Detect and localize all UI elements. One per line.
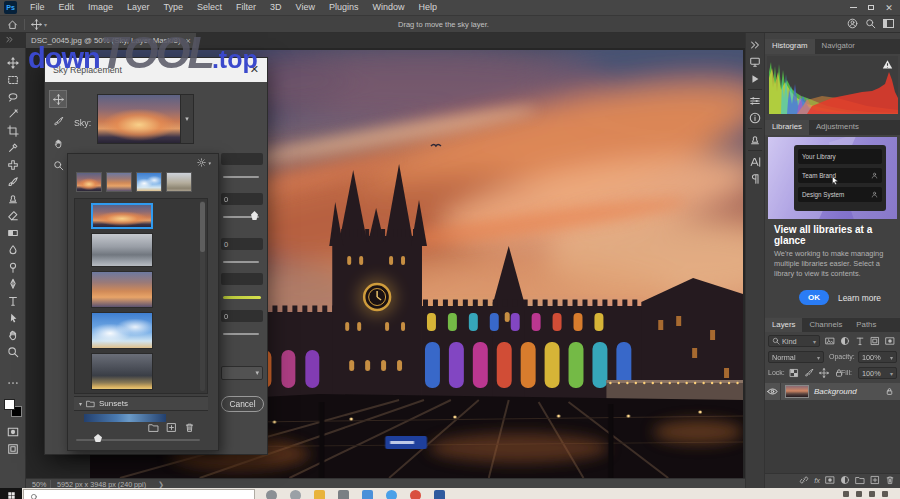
- sky-preset-sunset-a[interactable]: [91, 203, 153, 229]
- layer-thumbnail[interactable]: [785, 385, 809, 398]
- menu-file[interactable]: File: [23, 0, 52, 15]
- pen-tool[interactable]: [3, 275, 23, 292]
- layer-effects-fx[interactable]: fx: [814, 476, 820, 485]
- slider-value-field[interactable]: 0: [221, 193, 263, 205]
- move-tool-icon[interactable]: [31, 19, 42, 30]
- layer-visibility-eye-icon[interactable]: [765, 383, 781, 400]
- filter-type-icon[interactable]: [855, 336, 865, 346]
- sky-preset-gray-clouds[interactable]: [91, 233, 153, 267]
- marquee-tool[interactable]: [3, 71, 23, 88]
- account-icon[interactable]: [847, 18, 858, 29]
- taskbar-search-box[interactable]: [23, 489, 255, 499]
- menu-plugins[interactable]: Plugins: [322, 0, 366, 15]
- thumbnail-size-knob[interactable]: [94, 434, 102, 442]
- learn-more-link[interactable]: Learn more: [838, 293, 881, 303]
- tab-close-icon[interactable]: ×: [185, 36, 190, 46]
- dialog-zoom-tool[interactable]: [49, 156, 67, 174]
- panel-character-button[interactable]: [745, 153, 765, 170]
- output-dropdown[interactable]: ▾: [221, 366, 263, 380]
- lock-move-icon[interactable]: [819, 368, 829, 378]
- panel-learn-button[interactable]: [745, 53, 765, 70]
- sky-preset-sunset-b[interactable]: [91, 271, 153, 308]
- slider-value-field[interactable]: 0: [221, 238, 263, 250]
- restore-button[interactable]: [862, 0, 880, 15]
- quick-select-tool[interactable]: [3, 105, 23, 122]
- taskbar-app-1[interactable]: [290, 490, 301, 499]
- dialog-hand-tool[interactable]: [49, 134, 67, 152]
- tool-dropdown-chevron-icon[interactable]: ▾: [44, 21, 47, 28]
- document-tab[interactable]: DSC_0045.jpg @ 50% (Sky, Layer Mask/8) ×: [26, 33, 196, 48]
- dialog-move-tool[interactable]: [49, 90, 67, 108]
- temperature-slider[interactable]: [223, 296, 261, 299]
- gradient-tool[interactable]: [3, 224, 23, 241]
- new-group-folder-icon[interactable]: [148, 422, 159, 433]
- taskbar-app-6[interactable]: [410, 490, 421, 499]
- delete-sky-trash-icon[interactable]: [184, 422, 195, 433]
- menu-select[interactable]: Select: [190, 0, 229, 15]
- panel-double-chevron-right-button[interactable]: [745, 36, 765, 53]
- blur-tool[interactable]: [3, 241, 23, 258]
- menu-window[interactable]: Window: [366, 0, 412, 15]
- type-tool[interactable]: [3, 292, 23, 309]
- lock-checker-icon[interactable]: [789, 368, 799, 378]
- menu-edit[interactable]: Edit: [52, 0, 82, 15]
- crop-tool[interactable]: [3, 122, 23, 139]
- menu-help[interactable]: Help: [412, 0, 445, 15]
- filter-adjustment-icon[interactable]: [840, 336, 850, 346]
- brush-tool[interactable]: [3, 173, 23, 190]
- home-icon[interactable]: [7, 19, 18, 30]
- minimize-button[interactable]: [844, 0, 862, 15]
- search-icon[interactable]: [865, 18, 876, 29]
- screen-mode-button[interactable]: [3, 440, 23, 457]
- healing-tool[interactable]: [3, 156, 23, 173]
- recent-sky-pale-sky[interactable]: [166, 172, 192, 192]
- menu-image[interactable]: Image: [81, 0, 120, 15]
- workspace-icon[interactable]: [883, 19, 894, 28]
- slider-value-field[interactable]: [221, 153, 263, 165]
- preset-group-sunsets[interactable]: ▾ Sunsets: [74, 396, 208, 411]
- add-mask-icon[interactable]: [825, 475, 835, 485]
- color-swatches[interactable]: [4, 399, 22, 417]
- layer-row-background[interactable]: Background: [765, 383, 900, 400]
- tab-adjustments[interactable]: Adjustments: [809, 120, 866, 135]
- lock-brush-icon[interactable]: [804, 368, 814, 378]
- filter-image-thumb-icon[interactable]: [825, 336, 835, 346]
- recent-sky-sunset-b[interactable]: [106, 172, 132, 192]
- hand-tool[interactable]: [3, 326, 23, 343]
- menu-type[interactable]: Type: [157, 0, 191, 15]
- tab-libraries[interactable]: Libraries: [765, 120, 809, 135]
- dodge-tool[interactable]: [3, 258, 23, 275]
- slider-track[interactable]: [223, 333, 259, 335]
- adjustment-layer-icon[interactable]: [840, 475, 850, 485]
- scrollbar[interactable]: [200, 201, 205, 391]
- tab-histogram[interactable]: Histogram: [765, 39, 815, 54]
- zoom-tool[interactable]: [3, 343, 23, 360]
- new-layer-icon[interactable]: [870, 475, 880, 485]
- quick-mask-button[interactable]: [3, 423, 23, 440]
- taskbar-app-4[interactable]: [362, 490, 373, 499]
- filter-mask-icon[interactable]: [885, 336, 895, 346]
- home-icon[interactable]: [7, 19, 18, 30]
- move-icon[interactable]: [31, 19, 42, 30]
- search-icon[interactable]: [865, 18, 876, 29]
- recent-sky-sunset-a[interactable]: [76, 172, 102, 192]
- slider-track[interactable]: [223, 176, 259, 178]
- lasso-tool[interactable]: [3, 88, 23, 105]
- taskbar-app-2[interactable]: [314, 490, 325, 499]
- close-button[interactable]: ✕: [880, 0, 898, 15]
- gear-icon[interactable]: ▾: [197, 158, 211, 167]
- warning-icon[interactable]: [882, 59, 893, 70]
- sky-preset-storm-clouds[interactable]: [91, 353, 153, 390]
- foreground-color[interactable]: [4, 399, 15, 410]
- slider-thumb[interactable]: [251, 211, 258, 220]
- move-tool[interactable]: [3, 54, 23, 71]
- eyedropper-tool[interactable]: [3, 139, 23, 156]
- slider-value-field[interactable]: [221, 273, 263, 285]
- clone-stamp-tool[interactable]: [3, 190, 23, 207]
- partial-preset-thumbnail[interactable]: [84, 414, 166, 422]
- slider-track[interactable]: [223, 261, 259, 263]
- tab-navigator[interactable]: Navigator: [815, 39, 862, 54]
- panel-play-button[interactable]: [745, 70, 765, 87]
- dialog-close-icon[interactable]: ✕: [250, 63, 259, 76]
- slider-value-field[interactable]: 0: [221, 310, 263, 322]
